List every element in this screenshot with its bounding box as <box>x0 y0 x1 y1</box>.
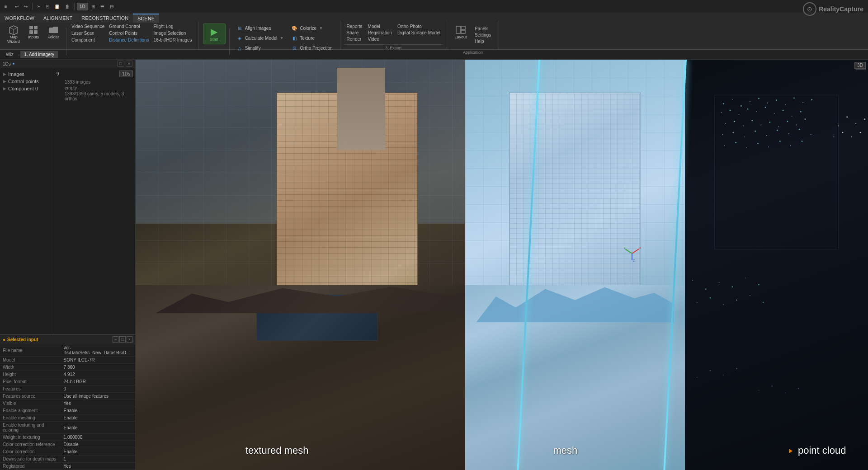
distance-def-item[interactable]: Distance Definitions <box>108 37 150 43</box>
dsm-item[interactable]: Digital Surface Model <box>396 30 442 36</box>
si-close-btn[interactable]: × <box>127 336 132 343</box>
tree-item-control-points[interactable]: ▶ Control points <box>1 78 52 85</box>
export-col1: Reports Share Render <box>345 24 364 42</box>
svg-point-81 <box>864 118 865 120</box>
model-item[interactable]: Model <box>366 24 394 29</box>
tab-scene[interactable]: SCENE <box>133 14 159 23</box>
prop-key-pixfmt: Pixel format <box>0 378 61 385</box>
view-list-btn[interactable]: ☰ <box>98 3 107 10</box>
layout-btn[interactable]: Layout <box>452 24 470 41</box>
svg-point-24 <box>776 99 777 101</box>
prop-row-align: Enable alignment Enable <box>0 407 135 414</box>
panels-item[interactable]: Panels <box>473 26 493 32</box>
svg-point-65 <box>802 141 803 142</box>
simplify-btn[interactable]: △ Simplify <box>233 43 287 52</box>
svg-point-41 <box>743 125 744 126</box>
svg-point-56 <box>799 129 800 130</box>
svg-point-48 <box>804 118 806 120</box>
prop-val-align: Enable <box>61 407 135 414</box>
wiz-item-wiz[interactable]: Wiz <box>2 51 17 58</box>
video-item[interactable]: Video <box>366 36 394 42</box>
viewport[interactable]: 3D <box>136 60 868 470</box>
calc-model-btn[interactable]: ◈ Calculate Model ▼ <box>233 33 287 42</box>
tree-item-images[interactable]: ▶ Images <box>1 70 52 78</box>
svg-point-36 <box>783 110 784 111</box>
svg-rect-8 <box>456 26 460 33</box>
redo-btn[interactable]: ↪ <box>22 3 30 10</box>
folder-btn[interactable]: Folder <box>44 24 62 41</box>
render-item[interactable]: Render <box>345 36 364 42</box>
prop-key-visible: Visible <box>0 400 61 407</box>
laser-scan-item[interactable]: Laser Scan <box>70 30 106 36</box>
colorize-btn[interactable]: 🎨 Colorize ▼ <box>288 24 335 33</box>
point-cloud-dots <box>685 60 868 470</box>
wiz-item-add-imagery[interactable]: 1. Add imagery <box>20 51 58 58</box>
prop-key-height: Height <box>0 371 61 378</box>
paste-btn[interactable]: 📋 <box>52 3 62 10</box>
hdr-images-item[interactable]: 16-bit/HDR Images <box>152 37 193 43</box>
help-item[interactable]: Help <box>473 38 493 44</box>
copy-btn[interactable]: ⎘ <box>44 3 51 10</box>
tree-right-col: 9 1Ds 1393 images empty 1393/1393 cams, … <box>54 68 135 334</box>
panel-close-btn[interactable]: × <box>126 61 132 67</box>
svg-point-23 <box>767 103 768 103</box>
inputs-btn[interactable]: Inputs <box>24 24 42 41</box>
panel-indicator <box>13 63 14 65</box>
process-group: ▶ Start ⊞ Align Images ◈ Calculate Model… <box>198 21 340 49</box>
svg-point-64 <box>790 145 791 146</box>
align-images-btn[interactable]: ⊞ Align Images <box>233 24 287 33</box>
import-submenu2: Ground Control Control Points Distance D… <box>108 24 150 43</box>
prop-row-height: Height 4 912 <box>0 371 135 378</box>
tab-reconstruction[interactable]: RECONSTRUCTION <box>77 14 133 23</box>
import-group: Map Wizard Inputs Folder <box>0 21 198 49</box>
tree-item-component[interactable]: ▶ Component 0 <box>1 85 52 92</box>
view-icons-btn[interactable]: ⊞ <box>89 3 97 10</box>
prop-key-width: Width <box>0 364 61 371</box>
cut-btn[interactable]: ✂ <box>35 3 43 10</box>
image-selection-item[interactable]: Image Selection <box>152 30 193 36</box>
panel-maximize-btn[interactable]: □ <box>117 61 124 67</box>
svg-point-80 <box>855 123 856 124</box>
view-1d-btn[interactable]: 1D <box>77 3 88 10</box>
prop-key-align: Enable alignment <box>0 407 61 414</box>
toolbar: ≡ ↩ ↪ ✂ ⎘ 📋 🗑 1D ⊞ ☰ ⊟ ⊙ RealityCapture … <box>0 0 868 50</box>
si-maximize-btn[interactable]: □ <box>119 336 125 343</box>
view-split-btn[interactable]: ⊟ <box>108 3 116 10</box>
control-info: empty <box>65 85 133 90</box>
prop-key-filename: File name <box>0 344 61 357</box>
control-points-item[interactable]: Control Points <box>108 30 150 36</box>
map-wizard-btn[interactable]: Map Wizard <box>5 24 23 45</box>
flight-log-item[interactable]: Flight Log <box>152 24 193 29</box>
svg-point-18 <box>723 103 724 104</box>
registration-item[interactable]: Registration <box>366 30 394 36</box>
tab-workflow[interactable]: WORKFLOW <box>0 14 39 23</box>
svg-point-66 <box>692 280 693 281</box>
si-minimize-btn[interactable]: − <box>113 336 118 343</box>
prop-row-pixfmt: Pixel format 24-bit BGR <box>0 378 135 385</box>
selected-input-btns: − □ × <box>113 336 132 343</box>
svg-text:X: X <box>639 246 641 249</box>
tree-arrow-images: ▶ <box>3 72 6 76</box>
svg-point-74 <box>723 304 724 305</box>
tree-label-images: Images <box>8 71 24 77</box>
svg-line-1 <box>9 28 14 29</box>
share-item[interactable]: Share <box>345 30 364 36</box>
start-btn[interactable]: ▶ Start <box>203 24 226 44</box>
settings-item[interactable]: Settings <box>473 32 493 38</box>
viewport-3d: X Y Z <box>136 60 868 470</box>
app-menu-btn[interactable]: ≡ <box>2 3 9 10</box>
undo-btn[interactable]: ↩ <box>13 3 21 10</box>
tab-alignment[interactable]: ALIGNMENT <box>39 14 77 23</box>
svg-point-76 <box>750 295 750 296</box>
reports-item[interactable]: Reports <box>345 24 364 29</box>
video-sequence-item[interactable]: Video Sequence <box>70 24 106 29</box>
ground-control-item[interactable]: Ground Control <box>108 24 150 29</box>
svg-point-93 <box>736 368 737 369</box>
svg-point-37 <box>792 116 793 117</box>
component-item[interactable]: Component <box>70 37 106 43</box>
svg-point-84 <box>842 132 843 133</box>
delete-btn[interactable]: 🗑 <box>63 3 72 10</box>
ortho-proj-btn[interactable]: ⊡ Ortho Projection <box>288 43 335 52</box>
texture-btn[interactable]: ◧ Texture <box>288 33 335 42</box>
ortho-photo-item[interactable]: Ortho Photo <box>396 24 442 29</box>
